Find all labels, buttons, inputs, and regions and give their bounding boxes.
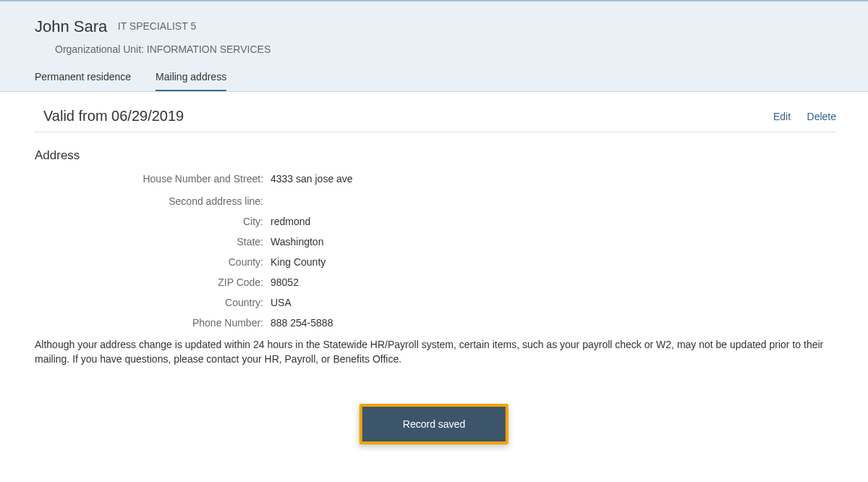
value-phone: 888 254-5888 (271, 317, 333, 329)
page-header: John Sara IT SPECIALIST 5 Organizational… (0, 0, 868, 92)
employee-name: John Sara (35, 17, 107, 36)
row-phone: Phone Number: 888 254-5888 (35, 317, 836, 329)
tab-bar: Permanent residence Mailing address (0, 65, 868, 91)
label-county: County: (35, 256, 271, 268)
content-area: Valid from 06/29/2019 Edit Delete Addres… (0, 92, 868, 367)
employee-job-title: IT SPECIALIST 5 (118, 20, 196, 32)
valid-from-text: Valid from 06/29/2019 (43, 108, 184, 124)
label-state: State: (35, 236, 271, 248)
row-house: House Number and Street: 4333 san jose a… (35, 173, 836, 185)
header-identity: John Sara IT SPECIALIST 5 (0, 1, 868, 39)
tab-permanent-residence[interactable]: Permanent residence (35, 65, 131, 91)
tab-mailing-address[interactable]: Mailing address (156, 65, 226, 91)
label-house: House Number and Street: (35, 173, 271, 185)
label-country: Country: (35, 297, 271, 308)
edit-link[interactable]: Edit (773, 111, 791, 122)
value-country: USA (271, 297, 292, 308)
row-second-line: Second address line: (35, 193, 836, 207)
row-country: Country: USA (35, 297, 836, 308)
row-city: City: redmond (35, 216, 836, 227)
disclaimer-note: Although your address change is updated … (35, 337, 836, 367)
record-actions: Edit Delete (760, 110, 836, 123)
delete-link[interactable]: Delete (807, 111, 836, 122)
address-form: House Number and Street: 4333 san jose a… (35, 173, 836, 329)
row-state: State: Washington (35, 236, 836, 248)
value-county: King County (271, 256, 326, 268)
org-unit: Organizational Unit: INFORMATION SERVICE… (0, 39, 868, 65)
value-state: Washington (271, 236, 323, 248)
section-title-address: Address (35, 148, 836, 163)
label-second-line: Second address line: (35, 195, 271, 207)
value-zip: 98052 (271, 276, 299, 288)
row-zip: ZIP Code: 98052 (35, 276, 836, 288)
value-house: 4333 san jose ave (271, 173, 353, 185)
label-city: City: (35, 216, 271, 227)
row-county: County: King County (35, 256, 836, 268)
label-zip: ZIP Code: (35, 276, 271, 288)
label-phone: Phone Number: (35, 317, 271, 329)
toast-message: Record saved (403, 418, 465, 430)
toast-record-saved: Record saved (359, 404, 509, 444)
content-header: Valid from 06/29/2019 Edit Delete (35, 105, 836, 132)
value-city: redmond (271, 216, 310, 227)
